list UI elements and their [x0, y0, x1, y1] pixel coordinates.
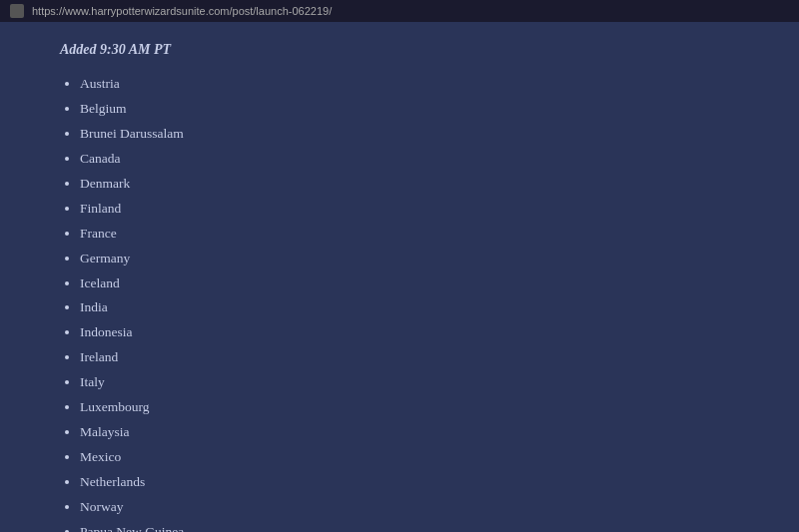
- list-item: Netherlands: [80, 470, 759, 495]
- list-item: India: [80, 295, 759, 320]
- list-item: Norway: [80, 495, 759, 520]
- country-list: AustriaBelgiumBrunei DarussalamCanadaDen…: [60, 72, 759, 532]
- list-item: Luxembourg: [80, 395, 759, 420]
- browser-bar: https://www.harrypotterwizardsunite.com/…: [0, 0, 799, 22]
- added-time: Added 9:30 AM PT: [60, 42, 759, 58]
- page-content: Added 9:30 AM PT AustriaBelgiumBrunei Da…: [0, 22, 799, 532]
- list-item: Denmark: [80, 172, 759, 197]
- browser-url: https://www.harrypotterwizardsunite.com/…: [32, 5, 332, 17]
- list-item: Indonesia: [80, 320, 759, 345]
- list-item: Italy: [80, 370, 759, 395]
- list-item: Canada: [80, 147, 759, 172]
- list-item: Belgium: [80, 97, 759, 122]
- list-item: Papua New Guinea: [80, 520, 759, 532]
- list-item: Brunei Darussalam: [80, 122, 759, 147]
- list-item: Finland: [80, 197, 759, 222]
- list-item: France: [80, 222, 759, 247]
- list-item: Germany: [80, 247, 759, 271]
- list-item: Malaysia: [80, 420, 759, 445]
- list-item: Austria: [80, 72, 759, 97]
- favicon-icon: [10, 4, 24, 18]
- list-item: Mexico: [80, 445, 759, 470]
- list-item: Iceland: [80, 271, 759, 296]
- list-item: Ireland: [80, 345, 759, 370]
